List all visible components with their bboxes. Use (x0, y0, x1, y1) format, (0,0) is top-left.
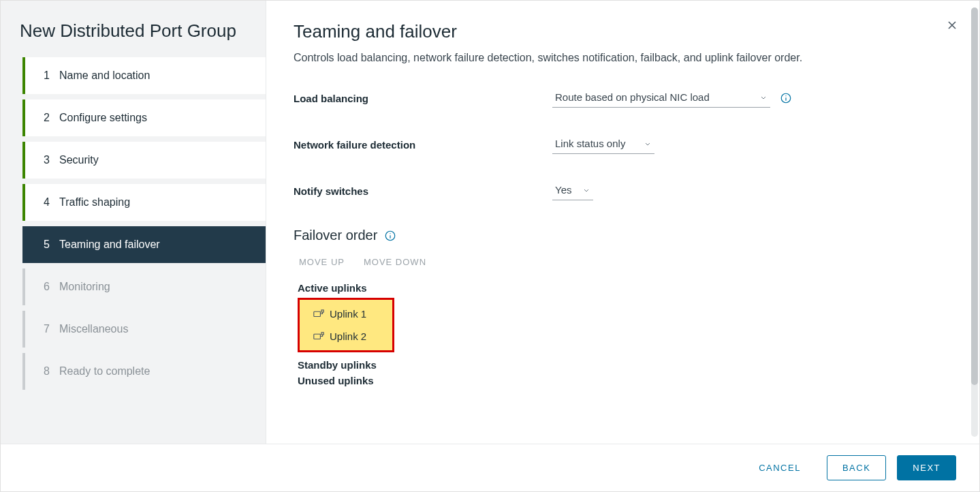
step-label: Miscellaneous (59, 323, 128, 335)
label-load-balancing: Load balancing (294, 93, 552, 104)
info-icon[interactable] (384, 230, 396, 242)
step-number: 5 (40, 239, 50, 251)
step-label: Name and location (59, 70, 150, 82)
close-icon[interactable] (945, 18, 959, 34)
select-failure-detection-value: Link status only (555, 138, 625, 149)
chevron-down-icon (644, 138, 652, 150)
select-failure-detection[interactable]: Link status only (552, 135, 654, 154)
wizard-dialog: New Distributed Port Group 1Name and loc… (0, 0, 980, 492)
move-buttons: MOVE UP MOVE DOWN (294, 254, 949, 278)
active-uplinks-box: Uplink 1Uplink 2 (298, 298, 394, 352)
uplink-port-icon (313, 309, 324, 318)
row-notify-switches: Notify switches Yes (294, 181, 949, 200)
step-number: 1 (40, 70, 50, 82)
uplink-label: Uplink 2 (330, 330, 366, 342)
label-notify-switches: Notify switches (294, 185, 552, 197)
svg-point-5 (390, 233, 391, 234)
label-failure-detection: Network failure detection (294, 139, 552, 151)
uplink-label: Uplink 1 (330, 308, 366, 320)
svg-point-2 (785, 95, 786, 96)
row-failure-detection: Network failure detection Link status on… (294, 135, 949, 154)
svg-rect-7 (321, 310, 323, 312)
dialog-body: New Distributed Port Group 1Name and loc… (1, 1, 979, 444)
step-label: Security (59, 154, 99, 166)
wizard-step-2[interactable]: 2Configure settings (25, 99, 266, 136)
select-notify-switches[interactable]: Yes (552, 181, 593, 200)
uplink-item[interactable]: Uplink 1 (300, 303, 392, 325)
svg-rect-9 (321, 333, 323, 335)
wizard-step-5[interactable]: 5Teaming and failover (25, 226, 266, 263)
step-number: 7 (40, 323, 50, 335)
select-load-balancing-value: Route based on physical NIC load (555, 91, 710, 103)
step-label: Teaming and failover (59, 239, 160, 251)
step-label: Ready to complete (59, 365, 150, 378)
chevron-down-icon (759, 92, 768, 104)
page-title: Teaming and failover (294, 21, 949, 42)
step-label: Configure settings (59, 112, 147, 124)
wizard-sidebar: New Distributed Port Group 1Name and loc… (1, 1, 266, 444)
row-load-balancing: Load balancing Route based on physical N… (294, 89, 949, 108)
step-label: Traffic shaping (59, 196, 130, 209)
dialog-footer: CANCEL BACK NEXT (1, 444, 979, 491)
back-button[interactable]: BACK (827, 455, 886, 480)
chevron-down-icon (582, 185, 590, 196)
uplink-port-icon (313, 332, 324, 341)
wizard-steps: 1Name and location2Configure settings3Se… (1, 57, 266, 395)
standby-uplinks-label: Standby uplinks (298, 359, 949, 371)
wizard-step-4[interactable]: 4Traffic shaping (25, 184, 266, 221)
scrollbar[interactable] (971, 7, 978, 437)
wizard-step-1[interactable]: 1Name and location (25, 57, 266, 94)
scrollbar-thumb[interactable] (971, 7, 978, 385)
failover-order-title-text: Failover order (294, 228, 377, 243)
step-number: 6 (40, 281, 50, 293)
main-panel: Teaming and failover Controls load balan… (266, 1, 979, 444)
select-notify-switches-value: Yes (555, 184, 571, 196)
wizard-title: New Distributed Port Group (1, 20, 266, 57)
select-wrap-failure-detection: Link status only (552, 135, 654, 154)
svg-rect-6 (314, 311, 321, 316)
wizard-step-8: 8Ready to complete (25, 353, 266, 390)
move-down-button[interactable]: MOVE DOWN (364, 254, 426, 270)
step-number: 8 (40, 365, 50, 378)
select-wrap-load-balancing: Route based on physical NIC load (552, 89, 792, 108)
move-up-button[interactable]: MOVE UP (299, 254, 345, 270)
uplink-item[interactable]: Uplink 2 (300, 325, 392, 348)
page-description: Controls load balancing, network failure… (294, 52, 949, 64)
svg-rect-8 (314, 334, 321, 339)
step-number: 2 (40, 112, 50, 124)
step-number: 3 (40, 154, 50, 166)
select-wrap-notify-switches: Yes (552, 181, 593, 200)
step-label: Monitoring (59, 281, 110, 293)
step-number: 4 (40, 196, 50, 209)
unused-uplinks-label: Unused uplinks (298, 375, 949, 386)
active-uplinks-label: Active uplinks (298, 282, 949, 294)
next-button[interactable]: NEXT (897, 455, 956, 480)
failover-order-title: Failover order (294, 228, 949, 243)
info-icon[interactable] (780, 92, 792, 104)
cancel-button[interactable]: CANCEL (744, 456, 816, 480)
wizard-step-6: 6Monitoring (25, 268, 266, 305)
select-load-balancing[interactable]: Route based on physical NIC load (552, 89, 770, 108)
wizard-step-7: 7Miscellaneous (25, 311, 266, 348)
wizard-step-3[interactable]: 3Security (25, 142, 266, 179)
